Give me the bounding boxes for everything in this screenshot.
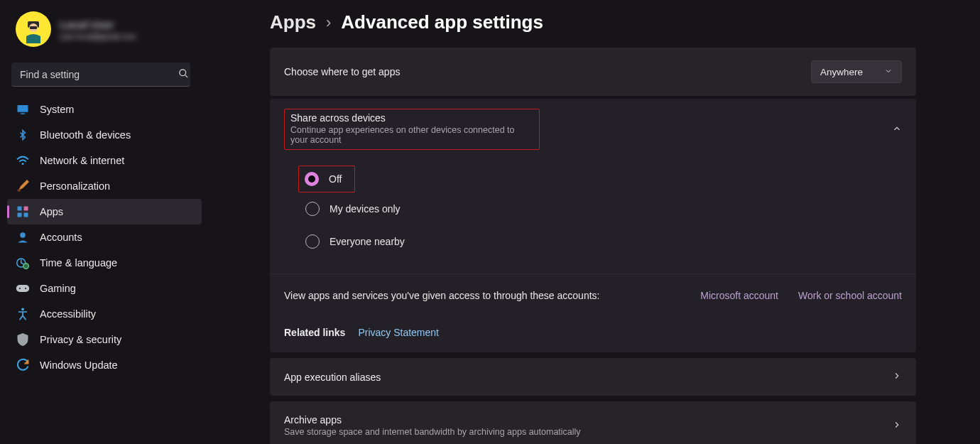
clock-globe-icon [16,256,30,270]
app-execution-aliases-card[interactable]: App execution aliases [270,358,916,396]
sidebar-item-label: System [40,104,74,115]
svg-rect-3 [30,26,37,29]
share-expander-header[interactable]: Share across devices Continue app experi… [270,99,916,160]
page-title: Advanced app settings [341,11,543,33]
sidebar-item-label: Personalization [40,180,110,192]
search-input[interactable] [11,63,190,87]
sidebar-item-update[interactable]: Windows Update [7,352,202,378]
work-school-account-link[interactable]: Work or school account [798,290,902,301]
share-desc: Continue app experiences on other device… [290,125,533,145]
share-option-my-devices[interactable]: My devices only [298,193,916,225]
svg-rect-10 [18,207,22,211]
search-wrap [11,63,202,87]
sidebar-item-gaming[interactable]: Gaming [7,276,202,301]
svg-rect-13 [24,213,28,217]
access-row: View apps and services you've given acce… [270,274,916,317]
chevron-right-icon: › [326,13,331,32]
app-source-card: Choose where to get apps Anywhere [270,48,916,96]
svg-rect-17 [16,285,29,292]
microsoft-account-link[interactable]: Microsoft account [700,290,778,301]
radio-icon [305,202,320,216]
sidebar-item-network[interactable]: Network & internet [7,148,202,173]
bluetooth-icon [16,128,30,142]
content-area: Apps › Advanced app settings Choose wher… [213,0,980,444]
chevron-down-icon [884,67,893,77]
radio-label: Off [329,173,342,185]
settings-sidebar: Local User user.local@gmail.com System B… [0,0,213,444]
gamepad-icon [16,281,30,296]
svg-point-16 [23,264,29,269]
sidebar-item-label: Gaming [40,283,76,294]
brush-icon [16,179,30,193]
svg-rect-9 [18,190,21,192]
sidebar-item-accessibility[interactable]: Accessibility [7,301,202,327]
breadcrumb-root[interactable]: Apps [270,11,316,33]
svg-rect-7 [21,113,25,114]
sidebar-item-personalization[interactable]: Personalization [7,173,202,199]
svg-point-19 [25,288,26,289]
accessibility-icon [16,307,30,321]
share-option-off[interactable]: Off [298,166,355,193]
app-source-dropdown[interactable]: Anywhere [811,60,902,83]
app-source-title: Choose where to get apps [284,66,800,77]
wifi-icon [16,153,30,168]
share-option-everyone[interactable]: Everyone nearby [298,225,916,258]
archive-title: Archive apps [284,414,892,426]
user-block[interactable]: Local User user.local@gmail.com [11,7,202,60]
share-title: Share across devices [290,112,533,124]
display-icon [16,102,30,117]
sidebar-item-label: Time & language [40,257,117,269]
chevron-right-icon [892,371,902,383]
radio-label: My devices only [330,203,401,215]
person-icon [16,230,30,244]
sidebar-item-bluetooth[interactable]: Bluetooth & devices [7,122,202,148]
breadcrumb: Apps › Advanced app settings [270,11,916,33]
chevron-right-icon [892,420,902,432]
radio-icon [305,172,319,186]
svg-rect-11 [24,207,28,211]
sidebar-item-label: Windows Update [40,359,118,371]
sidebar-item-label: Accessibility [40,308,96,320]
shield-icon [16,332,30,347]
sidebar-item-label: Network & internet [40,155,124,166]
radio-icon [305,234,320,249]
svg-rect-12 [18,213,22,217]
dropdown-value: Anywhere [820,67,863,77]
sidebar-item-privacy[interactable]: Privacy & security [7,327,202,352]
sidebar-item-system[interactable]: System [7,97,202,122]
sidebar-item-apps[interactable]: Apps [7,199,202,224]
svg-point-20 [21,308,24,310]
aliases-title: App execution aliases [284,372,892,383]
svg-point-18 [19,288,21,289]
user-email: user.local@gmail.com [60,32,136,40]
sidebar-item-time-language[interactable]: Time & language [7,250,202,276]
sidebar-item-label: Accounts [40,232,82,243]
share-across-devices-card: Share across devices Continue app experi… [270,99,916,352]
privacy-statement-link[interactable]: Privacy Statement [358,327,439,338]
chevron-up-icon [892,124,902,136]
sidebar-item-label: Privacy & security [40,334,121,345]
archive-apps-card[interactable]: Archive apps Save storage space and inte… [270,401,916,444]
radio-label: Everyone nearby [330,236,405,247]
sidebar-item-label: Bluetooth & devices [40,129,131,141]
sidebar-item-label: Apps [40,206,63,217]
svg-point-8 [22,163,24,165]
sidebar-item-accounts[interactable]: Accounts [7,224,202,250]
access-text: View apps and services you've given acce… [284,290,599,301]
update-icon [16,358,30,372]
share-radio-group: Off My devices only Everyone nearby [270,160,916,274]
svg-point-14 [20,232,26,238]
related-links-row: Related links Privacy Statement [270,317,916,352]
avatar [16,11,51,47]
related-label: Related links [284,327,345,338]
svg-rect-6 [18,105,28,112]
sidebar-nav: System Bluetooth & devices Network & int… [7,97,202,378]
archive-desc: Save storage space and internet bandwidt… [284,427,892,437]
user-name: Local User [60,18,136,31]
apps-icon [16,205,30,219]
